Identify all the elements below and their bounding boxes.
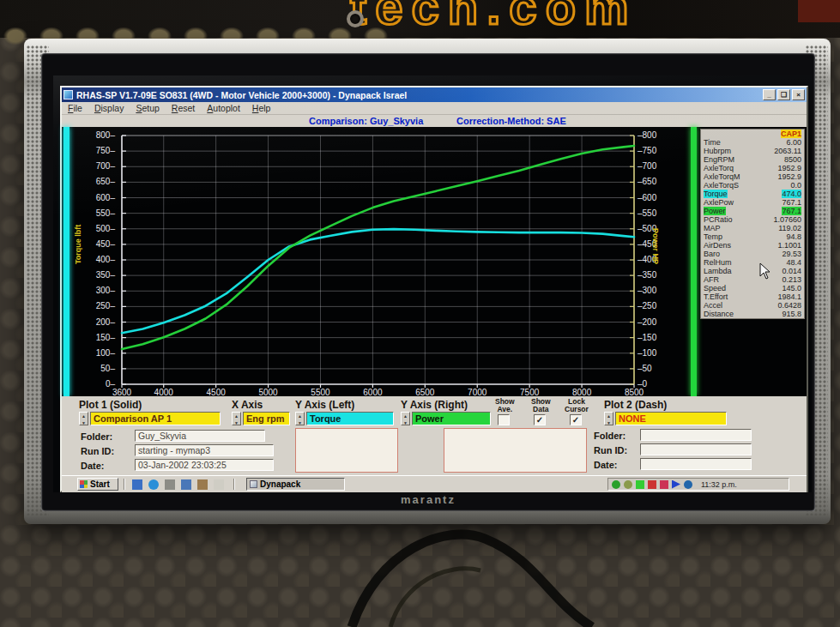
yaxis-left-select[interactable]: Torque (306, 412, 394, 425)
svg-text:8500: 8500 (625, 388, 644, 396)
plot2-date-field[interactable] (640, 458, 752, 470)
folder-field[interactable]: Guy_Skyvia (135, 430, 265, 442)
xaxis-select[interactable]: Eng rpm (243, 412, 290, 425)
restore-button[interactable]: ❏ (777, 89, 790, 100)
lock-cursor-checkbox[interactable]: ✓ (570, 414, 582, 425)
menu-display[interactable]: Display (88, 103, 130, 113)
taskbar-divider (124, 479, 125, 490)
tray-clock[interactable]: 11:32 p.m. (701, 480, 737, 489)
svg-text:5500: 5500 (311, 388, 330, 396)
panel-row-axlepow: AxlePow767.1 (701, 198, 804, 207)
windows-flag-icon (80, 480, 88, 488)
svg-text:–50: –50 (638, 364, 652, 373)
channels-icon[interactable] (132, 479, 142, 490)
svg-text:300–: 300– (96, 286, 116, 295)
yaxis-right-select[interactable]: Power (412, 412, 491, 425)
svg-text:–600: –600 (638, 193, 657, 202)
close-button[interactable]: × (792, 89, 805, 100)
svg-text:250–: 250– (96, 301, 116, 310)
plot2-select[interactable]: NONE (615, 412, 727, 425)
menu-bar: FileDisplaySetupResetAutoplotHelp (62, 102, 807, 115)
panel-row-speed: Speed145.0 (701, 284, 804, 292)
document-icon[interactable] (214, 479, 224, 490)
start-button[interactable]: Start (77, 478, 118, 491)
printer-icon[interactable] (197, 479, 208, 490)
chart-area[interactable]: 0––050––50100––100150––150200––200250––2… (62, 127, 807, 396)
panel-row-temp: Temp94.8 (701, 232, 804, 241)
svg-text:–550: –550 (638, 208, 657, 218)
capture-agent-icon[interactable] (660, 480, 668, 489)
xaxis-label: X Axis (232, 399, 263, 411)
panel-row-axletorqs: AxleTorqS0.0 (701, 181, 804, 190)
date-field[interactable]: 03-Jan-2002 23:03:25 (135, 459, 274, 471)
show-data-checkbox[interactable]: ✓ (534, 414, 546, 425)
system-tray: 11:32 p.m. (607, 478, 789, 491)
mouse-cursor (759, 262, 771, 280)
taskbar-divider (233, 479, 235, 490)
svg-text:550–: 550– (96, 208, 116, 218)
panel-row-accel: Accel0.6428 (701, 301, 804, 310)
svg-text:–750: –750 (638, 146, 657, 155)
task-label: Dynapack (260, 479, 300, 489)
y-axis-right-title: Power HP (651, 228, 660, 264)
menu-file[interactable]: File (62, 103, 88, 113)
menu-reset[interactable]: Reset (166, 103, 201, 113)
header-bar: Comparison: Guy_Skyvia Correction-Method… (62, 115, 807, 128)
plot2-folder-field[interactable] (640, 429, 752, 441)
network-icon[interactable] (636, 480, 644, 489)
yaxis-right-stepper[interactable]: ▲▼ (401, 412, 410, 425)
yaxis-right-listbox[interactable] (444, 428, 587, 473)
window-title: RHAS-SP V1.7-09E SO831 (4WD - Motor Vehi… (76, 90, 407, 100)
svg-text:200–: 200– (96, 317, 116, 327)
internet-icon[interactable] (148, 479, 159, 490)
app-icon (63, 90, 73, 99)
menu-setup[interactable]: Setup (130, 103, 165, 113)
taskbar: Start Dynapack 11:32 p.m. (62, 475, 807, 492)
xaxis-stepper[interactable]: ▲▼ (232, 412, 241, 425)
plot2-runid-field[interactable] (640, 443, 752, 455)
runid-field[interactable]: starting - mymap3 (135, 444, 274, 456)
svg-text:500–: 500– (96, 224, 116, 233)
mail-icon[interactable] (181, 479, 191, 490)
svg-text:–650: –650 (638, 177, 657, 186)
window-buttons: _❏× (763, 89, 805, 100)
panel-row-lambda: Lambda0.014 (701, 267, 804, 275)
svg-text:750–: 750– (96, 146, 116, 155)
svg-text:6500: 6500 (415, 388, 435, 396)
svg-text:–200: –200 (638, 317, 657, 327)
menu-help[interactable]: Help (246, 103, 277, 113)
scheduler-icon[interactable] (624, 480, 632, 489)
panel-row-pcratio: PCRatio1.07660 (701, 215, 804, 224)
plot1-select[interactable]: Comparison AP 1 (90, 412, 221, 425)
curve-torque (122, 229, 634, 333)
show-desktop-icon[interactable] (165, 479, 175, 490)
display-settings-icon[interactable] (612, 480, 620, 489)
svg-text:6000: 6000 (363, 388, 383, 396)
show-ave-checkbox[interactable] (498, 414, 510, 425)
monitor-agent-icon[interactable] (648, 480, 656, 489)
plot2-stepper[interactable]: ▲▼ (604, 412, 613, 425)
yaxis-left-stepper[interactable]: ▲▼ (295, 412, 305, 425)
lock-cursor-label: Lock Cursor (565, 398, 589, 413)
menu-autoplot[interactable]: Autoplot (201, 103, 246, 113)
panel-header-row: CAP1 (701, 130, 804, 138)
globe-icon[interactable] (684, 480, 692, 489)
yaxis-right-label: Y Axis (Right) (401, 399, 468, 411)
title-bar[interactable]: RHAS-SP V1.7-09E SO831 (4WD - Motor Vehi… (62, 87, 807, 102)
minimize-button[interactable]: _ (763, 89, 776, 100)
dyno-plot[interactable]: 0––050––50100––100150––150200––200250––2… (62, 127, 807, 396)
taskbar-task-dynapack[interactable]: Dynapack (246, 478, 345, 491)
svg-text:100–: 100– (96, 348, 116, 358)
panel-row-engrpm: EngRPM8500 (701, 155, 804, 164)
svg-text:800–: 800– (96, 130, 116, 140)
plot1-stepper[interactable]: ▲▼ (79, 412, 88, 425)
live-data-panel: CAP1Time6.00Hubrpm2063.11EngRPM8500AxleT… (700, 129, 805, 319)
folder-label: Folder: (81, 431, 112, 442)
yaxis-left-listbox[interactable] (295, 428, 398, 473)
panel-row-time: Time6.00 (701, 138, 804, 147)
plot2-runid-label: Run ID: (594, 445, 627, 455)
svg-text:–300: –300 (638, 286, 657, 295)
monitor-brand-logo: marantz (41, 493, 815, 506)
fast-forward-icon[interactable] (672, 480, 680, 489)
svg-text:600–: 600– (96, 193, 116, 202)
